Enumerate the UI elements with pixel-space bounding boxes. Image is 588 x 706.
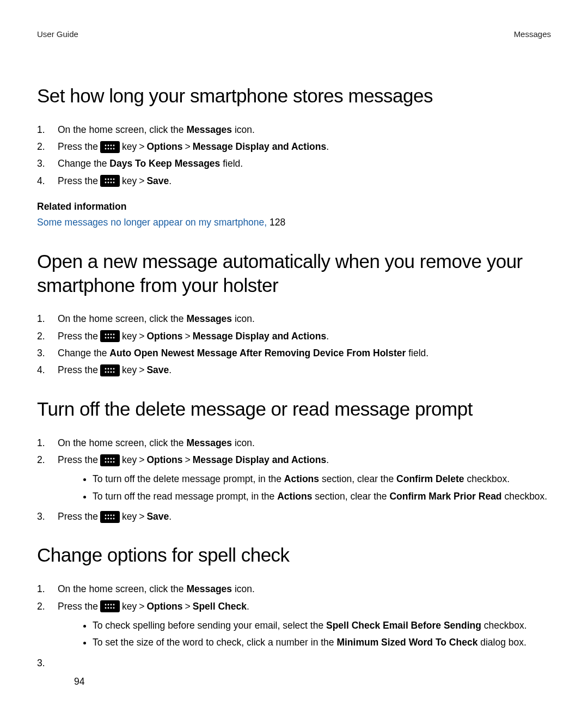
list-item: 1. On the home screen, click the Message… (37, 436, 551, 450)
step-number: 1. (37, 123, 58, 137)
list-item: 2. Press the key > Options> Message Disp… (37, 140, 551, 154)
list-item: To set the size of the word to check, cl… (93, 636, 551, 649)
list-item: 1. On the home screen, click the Message… (37, 312, 551, 326)
list-item: 2. Press the key > Options> Message Disp… (37, 453, 551, 507)
step-number: 3. (37, 346, 58, 360)
list-item: 1. On the home screen, click the Message… (37, 582, 551, 596)
step-number: 3. (37, 157, 58, 171)
step-number: 1. (37, 582, 58, 596)
section4-heading: Change options for spell check (37, 543, 551, 567)
step-number: 3. (37, 510, 58, 524)
menu-key-icon (100, 364, 120, 376)
step-text: On the home screen, click the Messages i… (58, 436, 551, 450)
section2-heading: Open a new message automatically when yo… (37, 249, 551, 297)
menu-key-icon (100, 330, 120, 342)
list-item: 1. On the home screen, click the Message… (37, 123, 551, 137)
menu-key-icon (100, 511, 120, 523)
step-text: On the home screen, click the Messages i… (58, 312, 551, 326)
section4-steps: 1. On the home screen, click the Message… (37, 582, 551, 670)
list-item: 3. Press the key > Save. (37, 510, 551, 524)
menu-key-icon (100, 454, 120, 466)
header-left: User Guide (37, 28, 78, 40)
step-text: Change the Auto Open Newest Message Afte… (58, 346, 551, 360)
list-item: 4. Press the key > Save. (37, 174, 551, 188)
list-item: To check spelling before sending your em… (93, 619, 551, 632)
menu-key-icon (100, 141, 120, 153)
related-link[interactable]: Some messages no longer appear on my sma… (37, 217, 267, 228)
sub-bullets: To check spelling before sending your em… (58, 619, 551, 650)
section3-heading: Turn off the delete message or read mess… (37, 397, 551, 421)
step-number: 1. (37, 436, 58, 450)
list-item: 3. Change the Auto Open Newest Message A… (37, 346, 551, 360)
step-text: Press the key > Options> Message Display… (58, 453, 551, 507)
step-text: Press the key > Options> Message Display… (58, 330, 551, 343)
step-text: Press the key > Save. (58, 363, 551, 377)
list-item: 4. Press the key > Save. (37, 363, 551, 377)
list-item: 2. Press the key > Options> Spell Check.… (37, 600, 551, 653)
step-number: 4. (37, 363, 58, 377)
step-number: 4. (37, 174, 58, 188)
sub-bullets: To turn off the delete message prompt, i… (58, 472, 551, 503)
step-text: On the home screen, click the Messages i… (58, 123, 551, 137)
step-number: 3. (37, 656, 58, 670)
step-text: Press the key > Options> Spell Check. To… (58, 600, 551, 653)
section1-heading: Set how long your smartphone stores mess… (37, 84, 551, 108)
step-text: Press the key > Options> Message Display… (58, 140, 551, 154)
header-right: Messages (514, 28, 551, 40)
step-text: On the home screen, click the Messages i… (58, 582, 551, 596)
list-item: 3. Change the Days To Keep Messages fiel… (37, 157, 551, 171)
page-header: User Guide Messages (37, 28, 551, 40)
menu-key-icon (100, 175, 120, 187)
step-number: 1. (37, 312, 58, 326)
related-link-page: 128 (267, 217, 285, 228)
step-number: 2. (37, 600, 58, 613)
list-item: 3. (37, 656, 551, 670)
list-item: To turn off the delete message prompt, i… (93, 472, 551, 486)
section3-steps: 1. On the home screen, click the Message… (37, 436, 551, 524)
page-number: 94 (74, 675, 84, 689)
step-text: Press the key > Save. (58, 510, 551, 524)
step-text: Change the Days To Keep Messages field. (58, 157, 551, 171)
step-number: 2. (37, 330, 58, 343)
step-text: Press the key > Save. (58, 174, 551, 188)
related-info-link-row: Some messages no longer appear on my sma… (37, 216, 551, 229)
step-number: 2. (37, 140, 58, 154)
list-item: To turn off the read message prompt, in … (93, 490, 551, 503)
section1-steps: 1. On the home screen, click the Message… (37, 123, 551, 188)
menu-key-icon (100, 600, 120, 612)
related-info-heading: Related information (37, 200, 551, 214)
list-item: 2. Press the key > Options> Message Disp… (37, 330, 551, 343)
step-number: 2. (37, 453, 58, 467)
section2-steps: 1. On the home screen, click the Message… (37, 312, 551, 378)
